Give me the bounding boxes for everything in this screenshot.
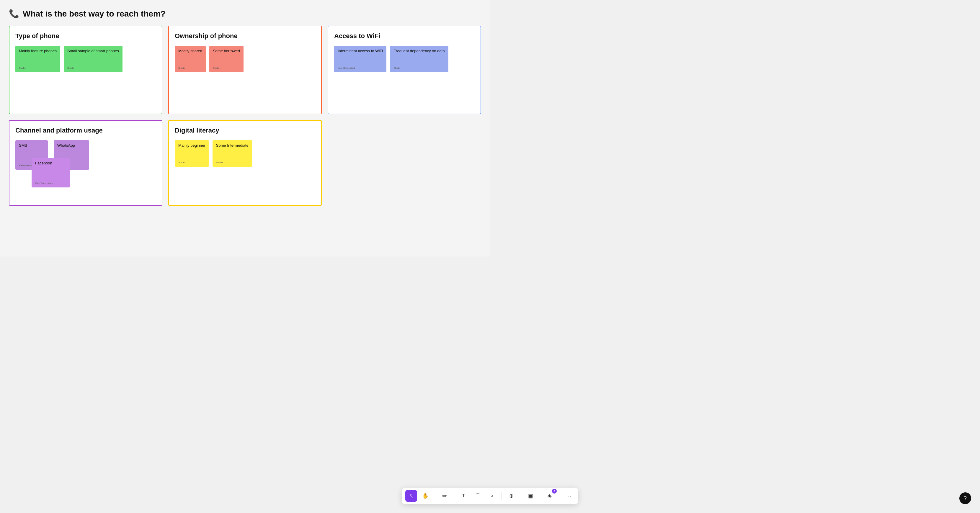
- sticky-feature-phones[interactable]: Mainly feature phones Studio: [15, 46, 60, 72]
- sticky-text: Some Intermediate: [216, 143, 248, 148]
- phone-icon: 📞: [9, 9, 19, 19]
- sticky-label: Kate Greenstock: [338, 64, 383, 69]
- sticky-label: Studio: [213, 64, 240, 69]
- sticky-some-borrowed[interactable]: Some borrowed Studio: [209, 46, 243, 72]
- sticky-text: Facebook: [35, 161, 67, 165]
- sticky-text: Mainly beginner: [178, 143, 205, 148]
- sticky-text: Mainly feature phones: [19, 49, 57, 53]
- sticky-label: Studio: [19, 64, 57, 69]
- sticky-text: Mostly shared: [178, 49, 202, 53]
- stickies-ownership: Mostly shared Studio Some borrowed Studi…: [175, 46, 315, 72]
- sticky-text: Frequent dependency on data: [393, 49, 445, 53]
- card-type-of-phone: Type of phone Mainly feature phones Stud…: [9, 26, 162, 114]
- card-title-ownership: Ownership of phone: [175, 32, 315, 40]
- sticky-text: WhatsApp: [57, 143, 86, 148]
- sticky-text: Intermittent access to WiFi: [338, 49, 383, 53]
- card-channel-platform: Channel and platform usage SMS Kate Gree…: [9, 120, 162, 206]
- card-ownership-of-phone: Ownership of phone Mostly shared Studio …: [168, 26, 322, 114]
- sticky-label: Studio: [216, 159, 248, 164]
- sticky-intermittent[interactable]: Intermittent access to WiFi Kate Greenst…: [334, 46, 387, 72]
- card-title-digital: Digital literacy: [175, 127, 315, 134]
- card-digital-literacy: Digital literacy Mainly beginner Studio …: [168, 120, 322, 206]
- sticky-label: Studio: [178, 159, 205, 164]
- card-access-wifi: Access to WiFi Intermittent access to Wi…: [328, 26, 481, 114]
- sticky-mostly-shared[interactable]: Mostly shared Studio: [175, 46, 206, 72]
- page-title-container: 📞 What is the best way to reach them?: [9, 9, 481, 19]
- sticky-frequent-dep[interactable]: Frequent dependency on data Studio: [390, 46, 448, 72]
- stickies-digital: Mainly beginner Studio Some Intermediate…: [175, 140, 315, 167]
- sticky-text: SMS: [19, 143, 44, 148]
- page-title: What is the best way to reach them?: [23, 9, 165, 19]
- stickies-channel: SMS Kate Greenstock WhatsApp notick Face…: [15, 140, 156, 199]
- sticky-label: Studio: [393, 64, 445, 69]
- cards-grid: Type of phone Mainly feature phones Stud…: [9, 26, 481, 206]
- sticky-facebook[interactable]: Facebook Kate Greenstock: [32, 158, 70, 187]
- sticky-text: Some borrowed: [213, 49, 240, 53]
- sticky-beginner[interactable]: Mainly beginner Studio: [175, 140, 209, 167]
- card-title-wifi: Access to WiFi: [334, 32, 475, 40]
- sticky-label: Studio: [67, 64, 119, 69]
- sticky-text: Small sample of smart phones: [67, 49, 119, 53]
- card-title-type-of-phone: Type of phone: [15, 32, 156, 40]
- card-title-channel: Channel and platform usage: [15, 127, 156, 134]
- stickies-wifi: Intermittent access to WiFi Kate Greenst…: [334, 46, 475, 72]
- sticky-smart-phones[interactable]: Small sample of smart phones Studio: [64, 46, 123, 72]
- stickies-type-of-phone: Mainly feature phones Studio Small sampl…: [15, 46, 156, 72]
- canvas: 📞 What is the best way to reach them? Ty…: [0, 0, 490, 256]
- sticky-intermediate[interactable]: Some Intermediate Studio: [213, 140, 252, 167]
- sticky-label: Studio: [178, 64, 202, 69]
- sticky-label: Kate Greenstock: [35, 179, 67, 184]
